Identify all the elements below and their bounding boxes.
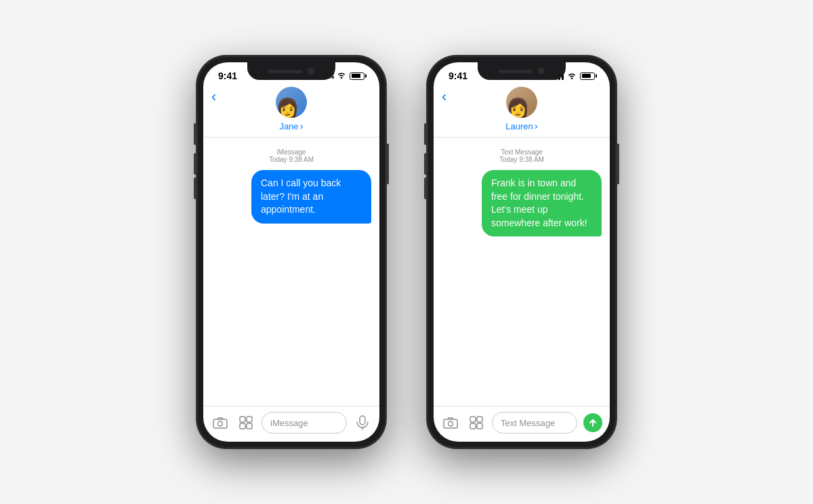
- message-bubble-1: Can I call you back later? I'm at an app…: [251, 170, 371, 224]
- svg-rect-3: [247, 417, 252, 422]
- contact-name-2[interactable]: Lauren: [505, 121, 537, 131]
- svg-rect-10: [470, 417, 476, 422]
- imessage-placeholder: iMessage: [270, 418, 308, 428]
- send-button-2[interactable]: [583, 413, 603, 433]
- back-button-1[interactable]: ‹: [211, 89, 216, 104]
- svg-rect-4: [240, 423, 245, 429]
- audio-button-1[interactable]: [352, 413, 373, 433]
- message-meta-2: Text Message Today 9:38 AM: [442, 148, 602, 163]
- nav-header-2: ‹ Lauren: [434, 84, 610, 138]
- phone-1: 9:41 ⌘: [196, 56, 386, 448]
- apps-button-1[interactable]: [236, 413, 256, 433]
- messages-area-1: iMessage Today 9:38 AM Can I call you ba…: [203, 138, 379, 406]
- svg-point-1: [218, 421, 223, 426]
- camera-dot-1: [308, 68, 314, 75]
- back-button-2[interactable]: ‹: [442, 89, 446, 104]
- notch-1: [247, 62, 335, 80]
- apps-button-2[interactable]: [466, 413, 486, 433]
- avatar-lauren[interactable]: [506, 87, 537, 118]
- send-btn-green[interactable]: [583, 413, 602, 432]
- nav-header-1: ‹ Jane: [203, 84, 379, 138]
- camera-button-2[interactable]: [440, 413, 461, 433]
- contact-name-1[interactable]: Jane: [279, 121, 303, 131]
- message-wrapper-1: Can I call you back later? I'm at an app…: [211, 170, 371, 224]
- battery-icon-2: [580, 72, 595, 80]
- text-message-input-2[interactable]: Text Message: [492, 412, 577, 434]
- speaker-1: [268, 70, 302, 73]
- phone-1-screen: 9:41 ⌘: [203, 62, 379, 442]
- text-message-placeholder: Text Message: [501, 418, 555, 428]
- speaker-2: [499, 70, 533, 73]
- svg-rect-6: [360, 416, 365, 425]
- svg-point-9: [449, 421, 453, 426]
- svg-rect-11: [477, 417, 482, 422]
- camera-button-1[interactable]: [210, 413, 230, 433]
- input-area-2: Text Message: [434, 406, 610, 442]
- message-bubble-2: Frank is in town and free for dinner ton…: [482, 170, 602, 236]
- battery-icon-1: [350, 72, 364, 80]
- notch-2: [478, 62, 566, 80]
- avatar-jane[interactable]: [276, 87, 307, 118]
- svg-rect-12: [470, 423, 476, 429]
- message-meta-1: iMessage Today 9:38 AM: [211, 148, 371, 163]
- status-time-1: 9:41: [218, 70, 237, 81]
- message-wrapper-2: Frank is in town and free for dinner ton…: [442, 170, 602, 236]
- imessage-input-1[interactable]: iMessage: [262, 412, 347, 434]
- phone-2-screen: 9:41: [434, 62, 610, 442]
- status-time-2: 9:41: [449, 70, 467, 81]
- wifi-icon-2: [567, 72, 577, 81]
- camera-dot-2: [538, 68, 545, 75]
- messages-area-2: Text Message Today 9:38 AM Frank is in t…: [434, 138, 610, 406]
- svg-rect-0: [213, 419, 227, 428]
- svg-rect-2: [240, 417, 245, 422]
- phone-2: 9:41: [427, 56, 617, 448]
- svg-rect-13: [477, 423, 482, 429]
- svg-rect-8: [444, 419, 457, 428]
- input-area-1: iMessage: [203, 406, 379, 442]
- svg-rect-5: [247, 423, 252, 429]
